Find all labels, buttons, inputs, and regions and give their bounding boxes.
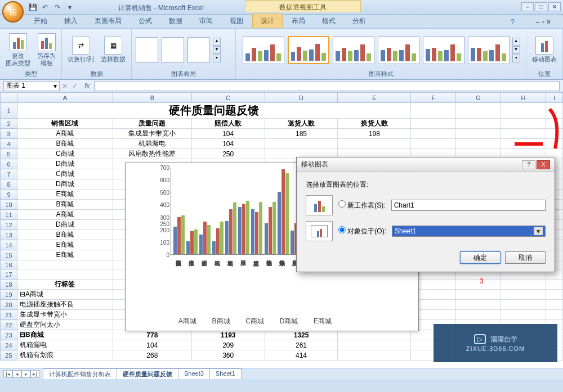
chart-layout-option[interactable] [162,37,184,63]
cell[interactable]: 硬件质量问题反馈 [17,103,410,119]
cell[interactable] [501,310,546,320]
tab-analysis[interactable]: 分析 [345,14,374,28]
chart-style-option[interactable] [243,36,284,64]
cell[interactable] [456,103,501,119]
cell[interactable] [546,310,562,320]
row-header[interactable]: 15 [1,250,17,260]
cell[interactable]: C商城 [17,169,113,179]
col-header[interactable]: E [338,93,411,103]
maximize-button[interactable]: □ [535,2,547,11]
row-header[interactable]: 20 [1,300,17,310]
cell[interactable] [546,129,562,139]
dialog-titlebar[interactable]: 移动图表 ? X [297,157,555,172]
qat-more-icon[interactable]: ▾ [65,3,74,12]
cell[interactable] [501,300,546,310]
row-header[interactable]: 10 [1,200,17,210]
cell[interactable]: 261 [265,340,338,350]
cell[interactable]: ⊟A商城 [17,290,113,300]
select-data-button[interactable]: ▦ 选择数据 [99,35,128,64]
scroll-up-icon[interactable]: ▲ [512,38,520,46]
row-header[interactable]: 14 [1,240,17,250]
cell[interactable] [456,119,501,129]
cell[interactable]: 行标签 [17,280,113,290]
cell[interactable]: 778 [113,330,191,340]
minimize-button[interactable]: – [521,2,534,11]
cell[interactable] [546,290,562,300]
object-in-combo[interactable]: Sheet1 ▾ [392,226,546,237]
sheet-tab[interactable]: Sheet1 [209,368,242,380]
chart-style-option[interactable] [333,36,374,64]
cell[interactable]: A商城 [17,129,113,139]
cell[interactable]: 104 [113,340,191,350]
dialog-help-button[interactable]: ? [522,160,535,169]
prev-sheet-icon[interactable]: ◂ [12,370,21,378]
save-icon[interactable]: 💾 [28,3,37,12]
tab-data[interactable]: 数据 [161,14,190,28]
formula-bar[interactable] [94,81,560,91]
cell[interactable] [456,280,501,290]
cell[interactable] [546,139,562,149]
mdi-minimize-icon[interactable]: – [536,18,540,26]
row-header[interactable]: 2 [1,119,17,129]
cell[interactable] [501,103,546,119]
row-header[interactable]: 6 [1,159,17,169]
first-sheet-icon[interactable]: |◂ [3,370,12,378]
cell[interactable]: 250 [191,149,265,159]
cell[interactable] [546,300,562,310]
row-header[interactable]: 8 [1,179,17,190]
undo-icon[interactable]: ↶ [41,3,50,12]
col-header[interactable]: C [191,93,265,103]
col-header[interactable]: I [546,93,562,103]
cell[interactable] [456,139,501,149]
cell[interactable] [546,103,562,119]
cancel-icon[interactable]: ✕ [62,82,68,90]
tab-pagelayout[interactable]: 页面布局 [87,14,129,28]
row-header[interactable]: 13 [1,230,17,240]
help-icon[interactable]: ? [503,16,522,28]
chevron-down-icon[interactable]: ▾ [53,82,57,90]
row-header[interactable]: 9 [1,190,17,200]
cell[interactable]: 集成显卡带宽小 [113,129,191,139]
mdi-restore-icon[interactable]: ▫ [542,18,544,26]
cell[interactable]: 换货人数 [338,119,411,129]
cell[interactable]: 104 [191,139,265,149]
col-header[interactable]: B [113,93,191,103]
name-box[interactable]: 图表 1▾ [3,81,60,91]
cell[interactable]: E商城 [17,250,113,260]
cell[interactable] [411,139,456,149]
cell[interactable] [456,129,501,139]
cell[interactable]: 104 [191,129,265,139]
col-header[interactable]: D [265,93,338,103]
cell[interactable]: 209 [191,340,265,350]
scroll-up-icon[interactable]: ▲ [213,38,221,46]
cell[interactable] [338,139,411,149]
cell[interactable] [501,280,546,290]
cell[interactable]: E商城 [17,240,113,250]
enter-icon[interactable]: ✓ [72,82,78,90]
cell[interactable]: 机箱漏电 [113,139,191,149]
cell[interactable]: 360 [191,350,265,361]
row-header[interactable]: 22 [1,320,17,330]
row-header[interactable]: 23 [1,330,17,340]
cell[interactable] [456,300,501,310]
row-header[interactable]: 3 [1,129,17,139]
row-header[interactable]: 12 [1,220,17,230]
cell[interactable]: 185 [265,129,338,139]
tab-view[interactable]: 视图 [222,14,251,28]
close-button[interactable]: × [548,2,561,11]
cell[interactable] [411,103,456,119]
cell[interactable]: 414 [265,350,338,361]
chart-style-option[interactable] [468,36,510,64]
cell[interactable] [501,119,546,129]
sheet-tab[interactable]: Sheet3 [178,368,210,380]
col-header[interactable]: F [411,93,456,103]
cell[interactable]: E商城 [17,190,113,200]
mdi-close-icon[interactable]: × [547,18,551,26]
cell[interactable]: 质量问题 [113,119,191,129]
scroll-down-icon[interactable]: ▼ [213,46,221,54]
cell[interactable] [501,290,546,300]
chart-style-option[interactable] [378,36,419,64]
col-header[interactable]: A [17,93,113,103]
cell[interactable]: 机箱有划痕 [17,350,113,361]
tab-format[interactable]: 格式 [314,14,343,28]
